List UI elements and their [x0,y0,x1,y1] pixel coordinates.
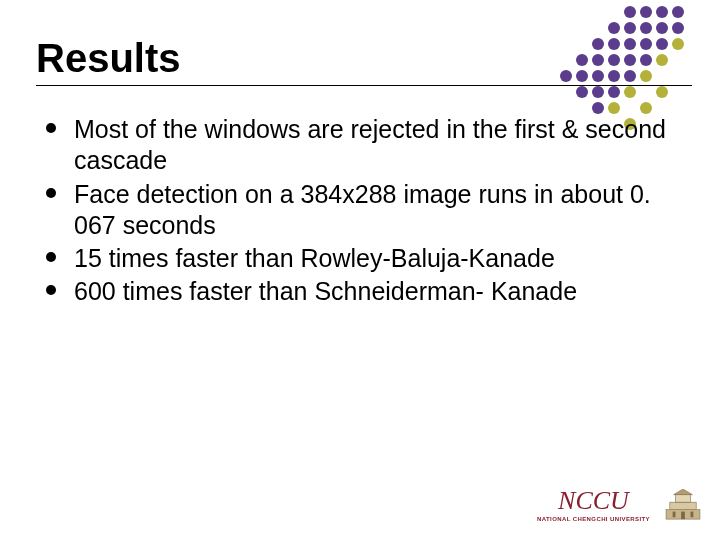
dot-icon [608,54,620,66]
dot-icon [672,22,684,34]
nccu-logo: NCCU NATIONAL CHENGCHI UNIVERSITY [537,488,650,522]
dot-empty [592,22,604,34]
dot-icon [560,70,572,82]
list-item: Face detection on a 384x288 image runs i… [40,179,692,242]
dot-empty [592,6,604,18]
svg-rect-5 [681,512,685,520]
title-row: Results [36,36,692,86]
dot-empty [576,6,588,18]
dot-icon [608,70,620,82]
svg-rect-2 [675,495,690,503]
footer: NCCU NATIONAL CHENGCHI UNIVERSITY [537,488,702,522]
nccu-logo-text: NCCU [558,488,629,514]
dot-icon [592,54,604,66]
dot-icon [672,6,684,18]
dot-icon [592,38,604,50]
list-item: 15 times faster than Rowley-Baluja-Kanad… [40,243,692,274]
dot-empty [576,22,588,34]
dot-icon [624,22,636,34]
bullet-list: Most of the windows are rejected in the … [40,114,692,308]
dot-empty [672,54,684,66]
dot-icon [608,22,620,34]
dot-icon [608,102,620,114]
dot-icon [640,102,652,114]
slide: Results Most of the windows are rejected… [0,0,720,540]
dot-empty [560,38,572,50]
university-crest-icon [664,489,702,521]
dot-icon [592,102,604,114]
dot-icon [640,70,652,82]
dot-empty [560,54,572,66]
dot-empty [576,102,588,114]
dot-icon [640,6,652,18]
dot-empty [608,6,620,18]
dot-icon [608,38,620,50]
decorative-dot-grid [560,6,684,130]
dot-icon [656,54,668,66]
dot-empty [560,86,572,98]
dot-icon [672,38,684,50]
dot-icon [592,86,604,98]
dot-empty [560,102,572,114]
dot-icon [640,22,652,34]
dot-empty [560,22,572,34]
dot-icon [576,70,588,82]
dot-icon [576,54,588,66]
dot-empty [672,102,684,114]
dot-icon [624,54,636,66]
dot-empty [560,6,572,18]
dot-empty [672,70,684,82]
dot-empty [672,86,684,98]
dot-icon [624,6,636,18]
list-item: Most of the windows are rejected in the … [40,114,692,177]
dot-icon [640,38,652,50]
dot-empty [640,86,652,98]
dot-icon [592,70,604,82]
svg-rect-1 [670,502,696,510]
dot-icon [656,86,668,98]
nccu-logo-subtext: NATIONAL CHENGCHI UNIVERSITY [537,516,650,522]
dot-empty [624,102,636,114]
svg-rect-4 [673,512,676,518]
dot-empty [576,38,588,50]
content-area: Most of the windows are rejected in the … [36,114,692,308]
svg-rect-6 [691,512,694,518]
dot-icon [656,22,668,34]
dot-empty [656,70,668,82]
list-item: 600 times faster than Schneiderman- Kana… [40,276,692,307]
dot-icon [624,70,636,82]
svg-marker-3 [674,489,693,495]
dot-icon [576,86,588,98]
dot-icon [608,86,620,98]
dot-icon [656,38,668,50]
dot-icon [624,38,636,50]
dot-icon [624,86,636,98]
dot-icon [640,54,652,66]
dot-icon [656,6,668,18]
dot-empty [656,102,668,114]
